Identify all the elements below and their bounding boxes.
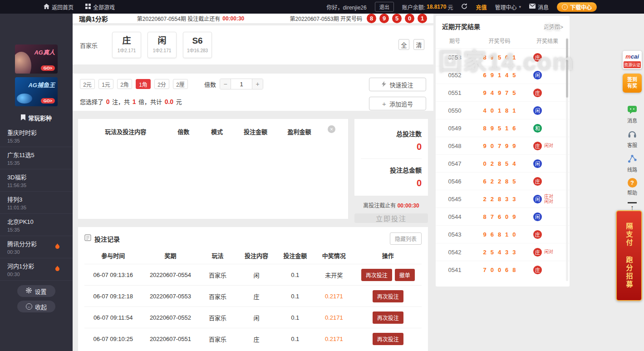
results-scrollbar[interactable] — [566, 38, 568, 281]
bet-deadline-label: 离投注截止有 — [363, 203, 396, 209]
trend-chart-link[interactable]: 走势图> — [544, 23, 563, 30]
select-all-button[interactable]: 全 — [398, 39, 409, 50]
stake-unit-button[interactable]: 2角 — [117, 79, 132, 89]
stake-unit-button[interactable]: 2厘 — [173, 79, 188, 89]
result-digit: 7 — [505, 89, 508, 96]
stake-unit-button[interactable]: 2分 — [154, 79, 169, 89]
result-outcome: 庄闲对 — [531, 248, 563, 257]
fire-icon — [55, 243, 60, 251]
result-outcome: 庄 — [531, 53, 563, 62]
result-digit: 0 — [512, 231, 516, 238]
lottery-countdown: 15:35 — [7, 160, 34, 166]
stake-unit-button[interactable]: 1角 — [136, 79, 151, 89]
record-content: 闲 — [236, 313, 276, 322]
stake-unit-button[interactable]: 1元 — [98, 79, 113, 89]
refresh-balance-icon[interactable] — [461, 3, 467, 11]
home-label: 返回首页 — [52, 3, 74, 11]
multiplier-decrease-button[interactable]: − — [220, 79, 231, 89]
results-scrollbar-thumb[interactable] — [566, 39, 568, 98]
banner-ag-live[interactable]: AG真人 GO> — [15, 44, 58, 74]
download-center-button[interactable]: ↓ 下载中心 — [557, 2, 597, 12]
stake-units: 2元1元2角1角2分2厘 — [80, 79, 188, 89]
result-badge: 闲 — [533, 213, 542, 221]
sidebar-lottery-item[interactable]: 重庆时时彩15:35 — [0, 125, 73, 147]
sidebar-lottery-item[interactable]: 3D福彩11:56:35 — [0, 169, 73, 192]
back-to-top-button[interactable]: ↑ — [628, 202, 637, 211]
banner-ag-fishing[interactable]: AG捕鱼王 GO> — [15, 77, 58, 106]
recharge-link[interactable]: 充值 — [476, 3, 487, 11]
total-amount-group: 投注总金额 0 — [361, 158, 422, 188]
admin-center-menu[interactable]: 管理中心 ▾ — [495, 3, 521, 11]
game-info-bar: 瑞典1分彩 第20220607-0554期 投注截止还有 00:00:30 第2… — [73, 14, 433, 23]
record-action-button[interactable]: 再次投注 — [361, 269, 392, 281]
sidebar-lottery-item[interactable]: 河内1分彩00:30 — [0, 258, 73, 281]
draw-number-ball: 9 — [379, 14, 389, 23]
bet-option[interactable]: S61中16.283 — [183, 32, 212, 58]
record-result: 0.2171 — [314, 336, 354, 342]
records-icon — [84, 234, 91, 243]
bet-slip-headers: 玩法及投注内容倍数模式投注金额盈利金额 — [84, 124, 342, 139]
record-time: 06-07 09:12:18 — [84, 293, 142, 300]
result-issue: 0543 — [442, 231, 467, 238]
lottery-countdown: 15:35 — [7, 138, 37, 143]
place-bet-button[interactable]: 立即投注 — [354, 213, 428, 223]
result-digit: 9 — [491, 72, 494, 79]
result-digit: 3 — [512, 196, 516, 203]
result-digit: 9 — [483, 231, 486, 238]
rail-support-button[interactable]: 客服 — [627, 129, 637, 148]
result-row: 054989516和 — [436, 119, 570, 137]
stake-card: 2元1元2角1角2分2厘 倍数 − + 快速投注 您选择了 0 注，共 1 倍，… — [73, 74, 433, 111]
quick-bet-button[interactable]: 快速投注 — [369, 78, 426, 91]
lottery-name: 河内1分彩 — [7, 262, 34, 270]
sidebar-lottery-item[interactable]: 排列311:01:35 — [0, 192, 73, 214]
sidebar-lottery-item[interactable]: 广东11选515:35 — [0, 147, 73, 169]
result-outcome: 闲 — [531, 159, 563, 168]
record-action-button[interactable]: 撤单 — [395, 269, 415, 281]
rail-help-button[interactable]: ? 帮助 — [627, 178, 637, 196]
clear-selection-button[interactable]: 清 — [413, 39, 424, 50]
sidebar-lottery-item[interactable]: 北京PK1015:35 — [0, 214, 73, 236]
record-action-button[interactable]: 再次投注 — [373, 333, 403, 345]
banner-go-button[interactable]: GO> — [41, 98, 55, 104]
bet-option[interactable]: 闲1中2.171 — [147, 32, 177, 58]
bet-option[interactable]: 庄1中2.171 — [112, 32, 141, 58]
record-play: 百家乐 — [199, 292, 236, 301]
add-chase-button[interactable]: + 添加追号 — [369, 97, 426, 110]
result-numbers: 40181 — [467, 107, 531, 114]
all-games-link[interactable]: 全部游戏 — [85, 3, 115, 11]
bet-records-column-headers: 参与时间奖期玩法投注内容投注金额中奖情况操作 — [84, 247, 422, 264]
record-action-button[interactable]: 再次投注 — [373, 311, 403, 324]
slip-column-header: 玩法及投注内容 — [84, 127, 167, 136]
close-icon[interactable]: × — [328, 125, 335, 133]
current-issue-line: 第20220607-0554期 投注截止还有 00:00:30 — [137, 15, 244, 22]
banner-go-button[interactable]: GO> — [41, 65, 55, 71]
multiplier-increase-button[interactable]: + — [252, 79, 263, 89]
multiplier-input[interactable] — [231, 79, 252, 89]
mcai-logo[interactable]: mcai 资源认证 — [623, 51, 642, 69]
bookmark-icon — [21, 114, 25, 122]
result-badge: 庄 — [533, 89, 542, 97]
stake-unit-button[interactable]: 2元 — [80, 79, 95, 89]
result-digit: 3 — [505, 249, 508, 256]
signin-reward-button[interactable]: 签到 有奖 — [623, 74, 642, 93]
result-digit: 8 — [483, 213, 486, 220]
rail-messages-button[interactable]: 消息 — [627, 104, 637, 124]
sidebar-lottery-item[interactable]: 腾讯分分彩00:30 — [0, 236, 73, 258]
logout-button[interactable]: 退出 — [375, 2, 394, 12]
lottery-name: 广东11选5 — [7, 150, 34, 159]
collapse-sidebar-button[interactable]: ← 收起 — [17, 301, 55, 312]
record-action-button[interactable]: 再次投注 — [373, 290, 403, 302]
result-digit: 5 — [498, 54, 501, 61]
settings-button[interactable]: 设置 — [17, 285, 55, 297]
hide-list-button[interactable]: 隐藏列表 — [390, 232, 422, 245]
rail-lines-button[interactable]: 线路 — [627, 153, 637, 173]
promo-vertical-banner[interactable]: 隔支付 跑分招募 — [616, 210, 642, 301]
home-link[interactable]: 返回首页 — [44, 3, 74, 11]
messages-link[interactable]: 消息 — [529, 3, 549, 11]
collapse-arrow-icon: ← — [26, 303, 32, 310]
result-digit: 3 — [512, 249, 516, 256]
slip-column-header: 投注金额 — [234, 127, 277, 136]
bet-deadline-timer: 00:00:30 — [398, 203, 419, 209]
quick-bet-label: 快速投注 — [389, 80, 413, 89]
result-numbers: 62285 — [467, 178, 531, 185]
